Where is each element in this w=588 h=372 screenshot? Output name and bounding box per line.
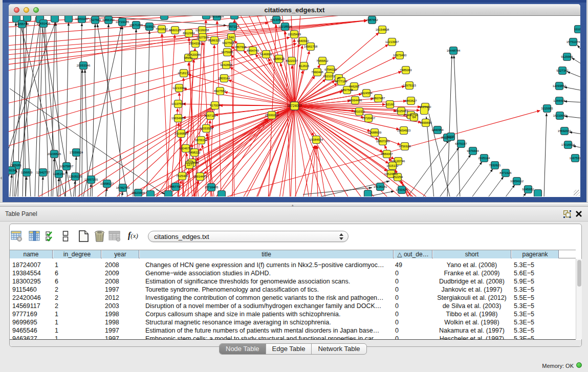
svg-text:18724007: 18724007 [287,104,302,107]
svg-text:39154: 39154 [9,169,16,172]
svg-text:10688609: 10688609 [368,131,382,134]
svg-text:19166825: 19166825 [175,132,188,135]
svg-text:7625402: 7625402 [176,174,188,178]
svg-text:7955812: 7955812 [316,59,329,62]
svg-text:19654923: 19654923 [397,129,411,132]
svg-text:2087652: 2087652 [366,18,378,21]
svg-text:14136141: 14136141 [374,185,387,188]
svg-text:8813054: 8813054 [270,18,282,21]
svg-text:1527602: 1527602 [89,18,101,21]
svg-text:7632621: 7632621 [489,164,501,167]
svg-text:15751074: 15751074 [567,40,580,43]
svg-text:1244415: 1244415 [553,99,565,102]
svg-text:16961758: 16961758 [304,45,318,48]
svg-text:9463627: 9463627 [405,99,417,102]
svg-text:9227342: 9227342 [556,69,569,72]
svg-text:2935114: 2935114 [478,157,491,160]
svg-text:10025463: 10025463 [395,110,408,113]
svg-text:16671355: 16671355 [129,24,143,27]
svg-text:9756928: 9756928 [399,145,411,148]
svg-text:2867608: 2867608 [234,46,247,49]
svg-text:10719185: 10719185 [116,20,129,24]
svg-text:18120746: 18120746 [391,160,405,163]
svg-text:12975115: 12975115 [403,84,417,87]
svg-text:9457791: 9457791 [169,185,182,188]
svg-text:16210643: 16210643 [553,114,567,117]
svg-text:11325419: 11325419 [288,33,301,36]
svg-text:11123: 11123 [574,28,580,31]
svg-text:13495756: 13495756 [404,114,418,117]
svg-text:19384554: 19384554 [310,138,323,141]
svg-text:9327508: 9327508 [222,41,234,45]
svg-text:9777169: 9777169 [335,80,347,83]
svg-text:16543362: 16543362 [189,42,203,45]
svg-text:1145154: 1145154 [53,172,66,176]
svg-text:9115460: 9115460 [420,105,432,108]
svg-text:98901: 98901 [184,56,193,59]
svg-text:16914479: 16914479 [193,175,207,178]
svg-text:10653267: 10653267 [75,17,89,20]
svg-text:2803144: 2803144 [218,77,230,80]
svg-text:12213967: 12213967 [385,40,399,43]
svg-text:12213369: 12213369 [172,86,186,90]
svg-text:1615132: 1615132 [386,164,399,167]
svg-text:16154808: 16154808 [376,28,389,31]
svg-text:18807249: 18807249 [376,140,390,143]
svg-text:22420046: 22420046 [187,53,201,56]
svg-text:10973493: 10973493 [393,54,407,57]
svg-text:6466160: 6466160 [102,18,115,21]
svg-text:20364436: 20364436 [349,99,362,102]
svg-text:14055714: 14055714 [15,23,29,26]
svg-text:6923: 6923 [447,135,454,138]
svg-text:417004: 417004 [210,104,221,107]
svg-text:9327503: 9327503 [197,36,209,39]
svg-text:546: 546 [229,36,234,39]
svg-text:127: 127 [187,163,192,166]
svg-text:17359924: 17359924 [70,151,83,154]
svg-text:8912954: 8912954 [183,32,195,35]
svg-text:16448784: 16448784 [447,49,461,52]
svg-text:7515526: 7515526 [143,25,156,28]
svg-text:12353594: 12353594 [200,127,213,130]
svg-text:9474444: 9474444 [467,149,479,152]
svg-text:1733426: 1733426 [396,188,408,191]
svg-text:10807487: 10807487 [372,97,385,100]
svg-text:8660125: 8660125 [169,29,181,32]
svg-text:9242848: 9242848 [220,63,232,67]
svg-text:9245652: 9245652 [522,188,534,191]
svg-text:62160: 62160 [386,103,395,106]
svg-text:7357224: 7357224 [227,25,239,28]
svg-text:10975867: 10975867 [60,165,74,168]
svg-text:1440954: 1440954 [431,128,444,132]
svg-text:20053346: 20053346 [77,64,91,67]
svg-text:17016504: 17016504 [561,143,575,146]
svg-text:12505135: 12505135 [69,175,82,178]
svg-text:8186325: 8186325 [208,39,221,42]
svg-text:1498222: 1498222 [188,151,201,154]
svg-text:6794028: 6794028 [324,68,337,71]
svg-text:19654985: 19654985 [171,117,185,120]
svg-text:10654112: 10654112 [510,180,524,183]
svg-text:6897568: 6897568 [341,89,353,92]
svg-text:15716485: 15716485 [205,186,219,189]
svg-text:8427552: 8427552 [214,90,226,93]
svg-text:17957255: 17957255 [84,178,98,181]
svg-text:3215955: 3215955 [541,107,553,110]
svg-text:25300203: 25300203 [265,114,279,117]
svg-text:7485063: 7485063 [400,69,412,72]
svg-text:12093852: 12093852 [553,84,567,87]
svg-text:6879197: 6879197 [455,142,467,145]
svg-text:64: 64 [412,116,416,119]
svg-text:11923468: 11923468 [132,191,145,194]
svg-text:12942737: 12942737 [36,171,50,174]
svg-text:13226058: 13226058 [195,29,209,32]
svg-text:20691406: 20691406 [37,22,51,25]
svg-text:9699695: 9699695 [420,121,432,124]
svg-text:9884067: 9884067 [381,152,393,156]
svg-text:1810311: 1810311 [354,110,366,113]
svg-text:10107554: 10107554 [171,102,185,105]
svg-text:3267110: 3267110 [205,114,217,117]
svg-text:20206526: 20206526 [48,152,61,156]
svg-text:1156819: 1156819 [21,171,33,174]
svg-text:746266: 746266 [349,85,360,88]
